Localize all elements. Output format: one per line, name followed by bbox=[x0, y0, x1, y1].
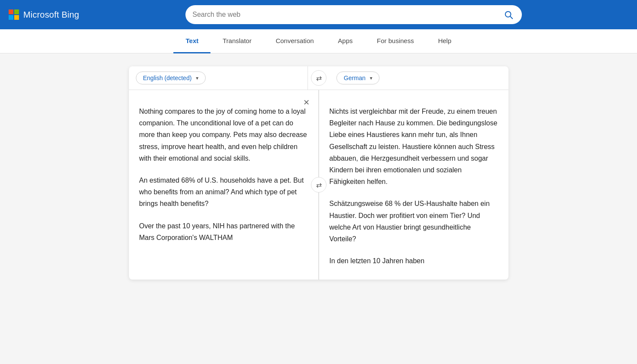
source-panel: ✕ Nothing compares to the joy of coming … bbox=[129, 90, 319, 280]
tab-apps[interactable]: Apps bbox=[326, 29, 365, 53]
target-lang-chevron-icon: ▼ bbox=[369, 76, 373, 81]
clear-text-button[interactable]: ✕ bbox=[300, 95, 313, 110]
svg-line-1 bbox=[511, 17, 513, 19]
logo-text: Microsoft Bing bbox=[23, 10, 79, 20]
source-paragraph-2: An estimated 68% of U.S. households have… bbox=[139, 174, 308, 210]
swap-languages-button[interactable]: ⇄ bbox=[311, 70, 326, 86]
tab-help[interactable]: Help bbox=[426, 29, 464, 53]
main-content: English (detected) ▼ ⇄ German ▼ ✕ No bbox=[0, 53, 637, 292]
source-lang-selector[interactable]: English (detected) ▼ bbox=[136, 72, 206, 84]
source-paragraph-3: Over the past 10 years, NIH has partnere… bbox=[139, 220, 308, 243]
target-lang-bar: German ▼ bbox=[329, 66, 508, 90]
source-text[interactable]: Nothing compares to the joy of coming ho… bbox=[139, 99, 308, 271]
search-icon bbox=[504, 10, 513, 19]
panels-row: ✕ Nothing compares to the joy of coming … bbox=[129, 90, 508, 280]
source-lang-label: English (detected) bbox=[143, 75, 192, 81]
microsoft-logo-icon bbox=[9, 9, 19, 20]
translator-container: English (detected) ▼ ⇄ German ▼ ✕ No bbox=[129, 66, 508, 280]
search-button[interactable] bbox=[502, 8, 515, 21]
swap-text-button[interactable]: ⇄ bbox=[311, 177, 326, 193]
source-lang-bar: English (detected) ▼ bbox=[129, 66, 308, 90]
target-panel: Nichts ist vergleichbar mit der Freude, … bbox=[319, 90, 508, 280]
search-bar bbox=[185, 5, 522, 24]
target-text: Nichts ist vergleichbar mit der Freude, … bbox=[329, 99, 498, 271]
tab-conversation[interactable]: Conversation bbox=[264, 29, 326, 53]
tab-for-business[interactable]: For business bbox=[365, 29, 426, 53]
tab-text[interactable]: Text bbox=[173, 29, 210, 53]
target-paragraph-1: Nichts ist vergleichbar mit der Freude, … bbox=[329, 106, 498, 187]
source-lang-chevron-icon: ▼ bbox=[195, 76, 199, 81]
logo-area[interactable]: Microsoft Bing bbox=[9, 9, 79, 20]
target-paragraph-3: In den letzten 10 Jahren haben bbox=[329, 255, 498, 267]
target-lang-selector[interactable]: German ▼ bbox=[336, 72, 380, 84]
svg-point-0 bbox=[505, 12, 511, 17]
tab-translator[interactable]: Translator bbox=[210, 29, 264, 53]
search-bar-container bbox=[79, 5, 628, 24]
source-paragraph-1: Nothing compares to the joy of coming ho… bbox=[139, 106, 308, 164]
search-input[interactable] bbox=[192, 11, 499, 19]
target-lang-label: German bbox=[344, 75, 366, 81]
swap-divider: ⇄ bbox=[308, 66, 329, 90]
header: Microsoft Bing bbox=[0, 0, 637, 29]
nav-bar: Text Translator Conversation Apps For bu… bbox=[0, 29, 637, 53]
target-paragraph-2: Schätzungsweise 68 % der US-Haushalte ha… bbox=[329, 198, 498, 245]
